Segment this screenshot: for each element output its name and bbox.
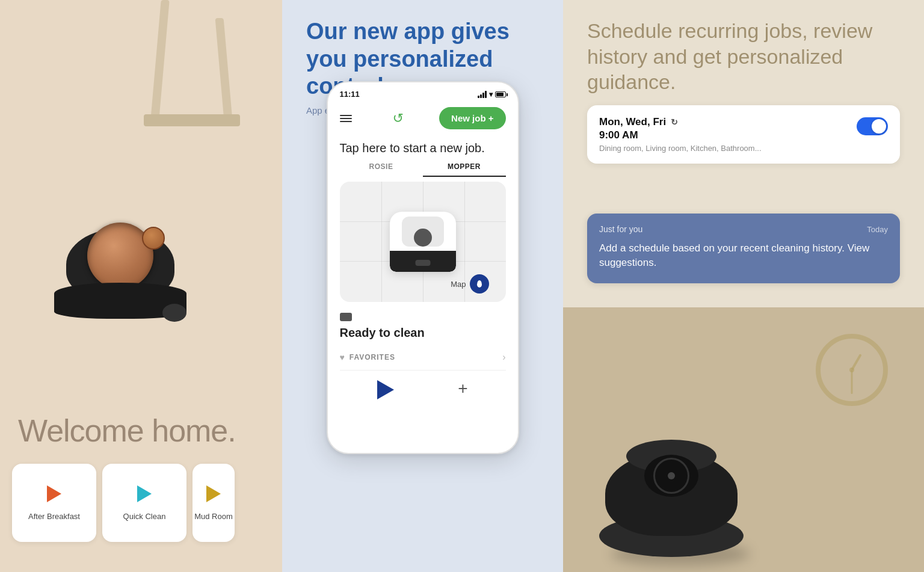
panel-schedule: Schedule recurring jobs, review history … [563, 0, 924, 572]
device-icon [340, 313, 352, 321]
panel-app-promo: Our new app gives you personalized contr… [282, 0, 563, 572]
battery-icon [495, 91, 506, 97]
ready-text: Ready to clean [340, 326, 506, 340]
wifi-icon: ▾ [489, 90, 493, 99]
welcome-heading: Welcome home. [18, 413, 236, 449]
play-icon-yellow [206, 485, 221, 502]
favorites-row[interactable]: ♥ FAVORITES › [340, 345, 506, 371]
tab-mopper[interactable]: MOPPER [423, 162, 506, 177]
mopper-robot [390, 212, 456, 272]
shortcut-label-after-breakfast: After Breakfast [28, 512, 80, 521]
favorites-label: FAVORITES [350, 353, 395, 361]
shortcut-label-quick-clean: Quick Clean [123, 512, 166, 521]
heart-icon: ♥ [340, 352, 345, 362]
schedule-info: Mon, Wed, Fri ↻ 9:00 AM Dining room, Liv… [599, 116, 762, 153]
refresh-icon[interactable]: ↻ [387, 110, 404, 127]
play-icon-red [47, 485, 61, 502]
map-label: Map [451, 280, 466, 289]
shortcut-after-breakfast[interactable]: After Breakfast [12, 464, 96, 542]
tap-instruction: Tap here to start a new job. [328, 134, 518, 155]
shortcuts-container: After Breakfast Quick Clean Mud Room [12, 464, 235, 542]
bottom-actions: + [328, 373, 518, 399]
phone-status-bar: 11:11 ▾ [328, 82, 518, 102]
suggestion-header: Just for you Today [599, 224, 888, 234]
schedule-days: Mon, Wed, Fri ↻ [599, 116, 762, 128]
panel-welcome: Welcome home. After Breakfast Quick Clea… [0, 0, 282, 572]
map-button[interactable]: Map [451, 274, 488, 294]
schedule-toggle[interactable] [857, 117, 888, 135]
schedule-headline-container: Schedule recurring jobs, review history … [587, 18, 900, 95]
phone-time: 11:11 [340, 90, 360, 99]
schedule-rooms: Dining room, Living room, Kitchen, Bathr… [599, 144, 762, 153]
shortcut-label-mud-room: Mud Room [194, 512, 233, 521]
shortcut-mud-room[interactable]: Mud Room [192, 464, 235, 542]
play-button[interactable] [377, 380, 394, 399]
add-button[interactable]: + [458, 380, 467, 399]
shortcut-quick-clean[interactable]: Quick Clean [102, 464, 186, 542]
just-for-you-label: Just for you [599, 224, 642, 234]
robot-tabs: ROSIE MOPPER [328, 155, 518, 177]
clock-center-dot [849, 367, 854, 372]
roomba-robot [587, 374, 780, 572]
signal-icon [478, 91, 487, 98]
suggestion-text: Add a schedule based on your recent clea… [599, 241, 888, 270]
chevron-right-icon: › [502, 352, 505, 363]
clock-minute-hand [851, 370, 853, 394]
phone-toolbar: ↻ New job + [328, 102, 518, 134]
schedule-headline: Schedule recurring jobs, review history … [587, 18, 900, 95]
today-label: Today [867, 225, 888, 234]
ready-section: Ready to clean [328, 307, 518, 342]
phone-mockup: 11:11 ▾ ↻ [327, 81, 519, 454]
status-icons: ▾ [478, 90, 506, 99]
recurrence-icon: ↻ [671, 117, 678, 127]
new-job-button[interactable]: New job + [439, 107, 505, 129]
robot-vacuum-image [36, 198, 217, 319]
menu-icon[interactable] [340, 115, 352, 122]
robot-display-area: Map [340, 182, 506, 302]
chair-decoration [138, 0, 246, 132]
schedule-card: Mon, Wed, Fri ↻ 9:00 AM Dining room, Liv… [587, 105, 900, 164]
tab-rosie[interactable]: ROSIE [340, 162, 423, 177]
map-dot-button [470, 274, 489, 294]
play-icon-teal [137, 485, 152, 502]
suggestion-card: Just for you Today Add a schedule based … [587, 214, 900, 283]
schedule-time: 9:00 AM [599, 129, 762, 141]
clock-decoration [816, 334, 888, 406]
